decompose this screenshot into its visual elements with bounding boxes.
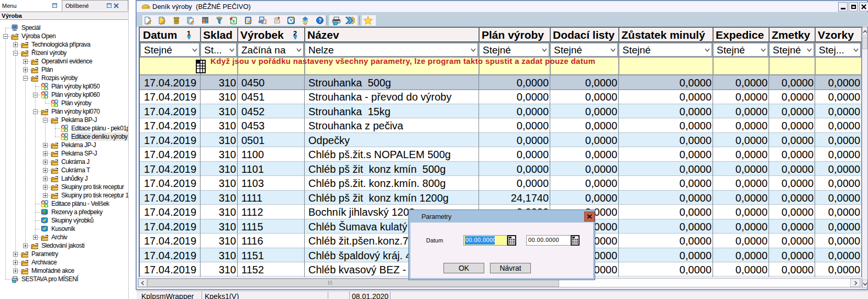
svg-text:x: x <box>232 18 236 24</box>
svg-text:?: ? <box>318 18 321 24</box>
